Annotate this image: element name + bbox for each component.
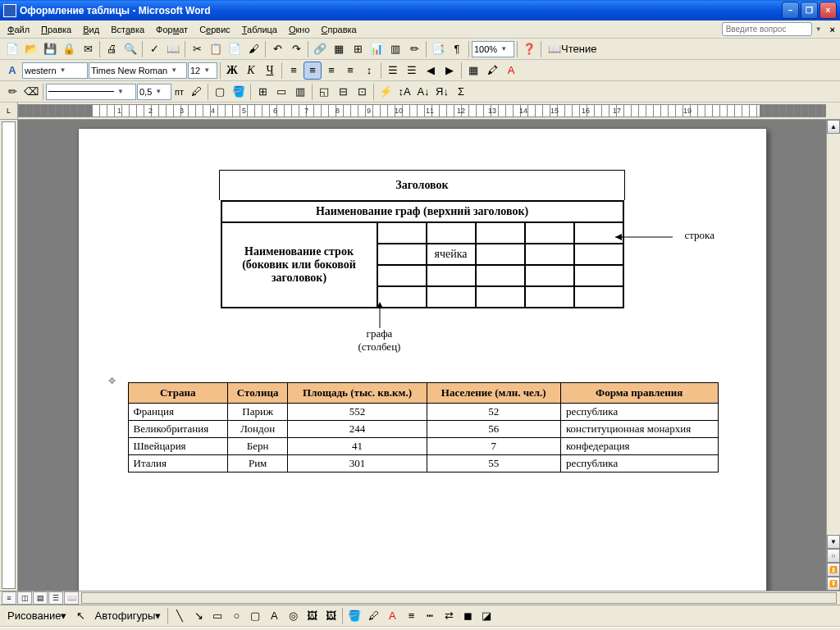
align-top-left-button[interactable]: ◱ [315,83,333,101]
sort-desc-button[interactable]: Я↓ [433,83,451,101]
eraser-button[interactable]: ⌫ [22,83,40,101]
rectangle-button[interactable]: ▭ [208,607,226,625]
save-button[interactable]: 💾 [41,40,59,58]
menu-format[interactable]: Формат [150,23,194,36]
restore-button[interactable]: ❐ [801,2,818,19]
shadow-button[interactable]: ◼ [459,607,477,625]
justify-button[interactable]: ≡ [341,62,359,80]
insert-table-button[interactable]: ⊞ [349,40,367,58]
drawing-menu-button[interactable]: Рисование ▾ [3,607,71,625]
vertical-ruler[interactable] [0,120,18,591]
font-color-draw-button[interactable]: A [383,607,401,625]
align-center-button[interactable]: ≡ [304,62,322,80]
autosum-button[interactable]: Σ [452,83,470,101]
bullets-button[interactable]: ☰ [403,62,421,80]
dash-style-button[interactable]: ┅ [421,607,439,625]
clipart-button[interactable]: 🖼 [303,607,321,625]
new-doc-button[interactable]: 📄 [3,40,21,58]
menu-file[interactable]: Файл [2,23,35,36]
help-search-input[interactable] [722,22,812,36]
redo-button[interactable]: ↷ [287,40,305,58]
scroll-up-button[interactable]: ▲ [827,120,840,134]
style-combo[interactable]: western▼ [22,62,88,79]
menu-tools[interactable]: Сервис [194,23,236,36]
select-objects-button[interactable]: ↖ [71,607,89,625]
docmap-button[interactable]: 📑 [429,40,447,58]
merge-cells-button[interactable]: ▭ [272,83,290,101]
scroll-track[interactable] [827,134,840,535]
draw-table-button[interactable]: ✏ [3,83,21,101]
columns-button[interactable]: ▥ [386,40,404,58]
arrow-button[interactable]: ↘ [189,607,208,625]
outline-view-button[interactable]: ☰ [48,591,63,605]
document-area[interactable]: Заголовок Наименование граф (верхний заг… [18,120,826,591]
picture-button[interactable]: 🖼 [322,607,340,625]
highlight-button[interactable]: 🖍 [483,62,501,80]
open-button[interactable]: 📂 [22,40,40,58]
outdent-button[interactable]: ◀ [422,62,440,80]
email-button[interactable]: ✉ [79,40,97,58]
format-painter-button[interactable]: 🖌 [244,40,262,58]
wordart-button[interactable]: A [265,607,283,625]
undo-button[interactable]: ↶ [268,40,286,58]
line-color-button[interactable]: 🖊 [364,607,382,625]
size-combo[interactable]: 12▼ [188,62,217,79]
tables-borders-button[interactable]: ▦ [330,40,348,58]
table-move-handle-icon[interactable]: ✥ [108,376,116,386]
close-button[interactable]: × [819,2,837,19]
minimize-button[interactable]: – [782,2,799,19]
prev-page-button[interactable]: ⏫ [827,563,840,577]
font-combo[interactable]: Times New Roman▼ [89,62,187,79]
distribute-cols-button[interactable]: ⊡ [353,83,371,101]
sort-asc-button[interactable]: A↓ [414,83,432,101]
align-left-button[interactable]: ≡ [285,62,303,80]
autoshapes-button[interactable]: Автофигуры ▾ [90,607,165,625]
vertical-scrollbar[interactable]: ▲ ▼ ○ ⏫ ⏬ [826,120,840,591]
help-button[interactable]: ❓ [520,40,538,58]
reading-view-button[interactable]: 📖 [64,591,79,605]
web-view-button[interactable]: ◫ [17,591,32,605]
font-color-button[interactable]: A [502,62,520,80]
excel-button[interactable]: 📊 [368,40,386,58]
menu-view[interactable]: Вид [77,23,105,36]
hyperlink-button[interactable]: 🔗 [311,40,329,58]
horizontal-scrollbar[interactable] [81,592,837,604]
split-cells-button[interactable]: ▥ [291,83,309,101]
fill-color-button[interactable]: 🪣 [345,607,363,625]
diagram-button[interactable]: ◎ [284,607,302,625]
oval-button[interactable]: ○ [227,607,245,625]
text-direction-button[interactable]: ↕A [395,83,413,101]
line-button[interactable]: ╲ [171,607,189,625]
scroll-down-button[interactable]: ▼ [827,535,840,549]
menu-window[interactable]: Окно [283,23,316,36]
italic-button[interactable]: К [242,62,260,80]
print-button[interactable]: 🖨 [103,40,121,58]
zoom-combo[interactable]: 100%▼ [472,41,514,57]
bold-button[interactable]: Ж [223,62,241,80]
menu-edit[interactable]: Правка [35,23,77,36]
next-page-button[interactable]: ⏬ [827,577,840,591]
underline-button[interactable]: Ч [261,62,279,80]
copy-button[interactable]: 📋 [207,40,225,58]
research-button[interactable]: 📖 [164,40,182,58]
menu-help[interactable]: Справка [316,23,363,36]
normal-view-button[interactable]: ≡ [2,591,16,605]
print-view-button[interactable]: ▤ [33,591,48,605]
doc-close-button[interactable]: × [827,25,838,34]
permission-button[interactable]: 🔒 [60,40,78,58]
menu-insert[interactable]: Вставка [105,23,150,36]
outside-border-button[interactable]: ▢ [211,83,229,101]
autoformat-button[interactable]: ⚡ [377,83,395,101]
textbox-button[interactable]: ▢ [246,607,264,625]
indent-button[interactable]: ▶ [441,62,459,80]
shading-color-button[interactable]: 🪣 [230,83,248,101]
preview-button[interactable]: 🔍 [121,40,139,58]
line-weight-combo[interactable]: 0,5▼ [137,84,171,100]
cut-button[interactable]: ✂ [188,40,206,58]
paste-button[interactable]: 📄 [226,40,244,58]
styles-pane-button[interactable]: A [3,62,21,80]
line-style-combo[interactable]: ▼ [46,84,136,100]
horizontal-ruler[interactable]: 123 456 789 101112 131415 161719 [18,104,826,117]
show-marks-button[interactable]: ¶ [448,40,466,58]
insert-table-btn2[interactable]: ⊞ [253,83,272,101]
